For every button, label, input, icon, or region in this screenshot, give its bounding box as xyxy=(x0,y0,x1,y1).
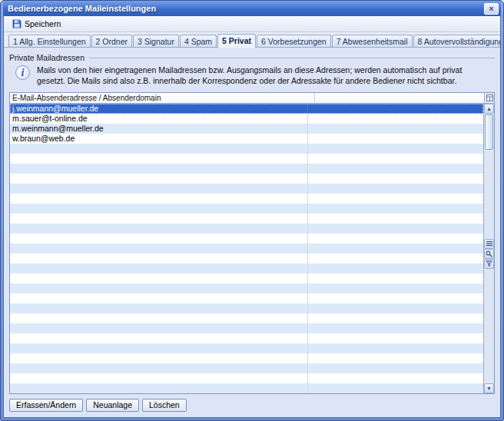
table-row[interactable] xyxy=(10,363,483,373)
delete-button[interactable]: Löschen xyxy=(142,399,187,412)
column-header-email[interactable]: E-Mail-Absenderadresse / Absenderdomain xyxy=(10,93,315,103)
empty-cell xyxy=(308,194,483,204)
email-cell xyxy=(10,244,308,254)
empty-cell xyxy=(308,343,483,353)
email-cell xyxy=(10,303,308,313)
table-row[interactable] xyxy=(10,194,483,204)
table-row[interactable] xyxy=(10,283,483,293)
tab-signatur[interactable]: 3 Signatur xyxy=(133,35,179,47)
dialog-window: Bedienerbezogene Maileinstellungen × Spe… xyxy=(0,0,504,421)
table-row[interactable] xyxy=(10,224,483,234)
table-row[interactable] xyxy=(10,214,483,224)
list-lines-icon xyxy=(486,240,492,247)
tab-autovervollstaendigung[interactable]: 8 Autovervollständigung xyxy=(413,35,502,47)
empty-cell xyxy=(308,174,483,184)
table-row[interactable] xyxy=(10,343,483,353)
email-cell xyxy=(10,194,308,204)
table-body-wrap: j.weinmann@mueller.dem.sauer@t-online.de… xyxy=(10,104,494,393)
table-row[interactable] xyxy=(10,313,483,323)
email-cell xyxy=(10,164,308,174)
vertical-scrollbar[interactable]: ▲ xyxy=(483,104,494,393)
email-cell: m.weinmann@mueller.de xyxy=(10,124,308,134)
empty-cell xyxy=(308,283,483,293)
email-cell xyxy=(10,333,308,343)
empty-cell xyxy=(308,154,483,164)
empty-cell xyxy=(308,303,483,313)
arrow-down-icon: ▼ xyxy=(486,386,492,391)
email-cell xyxy=(10,214,308,224)
table-row[interactable] xyxy=(10,164,483,174)
email-cell xyxy=(10,283,308,293)
new-button[interactable]: Neuanlage xyxy=(86,399,139,412)
table-row[interactable] xyxy=(10,234,483,244)
table-row[interactable] xyxy=(10,144,483,154)
table-row[interactable] xyxy=(10,293,483,303)
table-row[interactable] xyxy=(10,254,483,264)
table-row[interactable] xyxy=(10,184,483,194)
empty-cell xyxy=(308,273,483,283)
table-row[interactable] xyxy=(10,154,483,164)
filter-button[interactable] xyxy=(484,259,494,269)
table-row[interactable] xyxy=(10,373,483,383)
table-row[interactable]: w.braun@web.de xyxy=(10,134,483,144)
table-row[interactable] xyxy=(10,244,483,254)
window-title: Bedienerbezogene Maileinstellungen xyxy=(8,4,484,13)
tab-spam[interactable]: 4 Spam xyxy=(180,35,217,47)
close-icon: × xyxy=(489,4,493,13)
table-row[interactable] xyxy=(10,174,483,184)
email-cell xyxy=(10,254,308,264)
empty-cell xyxy=(308,234,483,244)
empty-cell xyxy=(308,373,483,383)
table-row[interactable]: m.weinmann@mueller.de xyxy=(10,124,483,134)
email-cell: w.braun@web.de xyxy=(10,134,308,144)
scrollbar-thumb[interactable] xyxy=(485,114,493,150)
email-cell xyxy=(10,313,308,323)
empty-cell xyxy=(308,204,483,214)
groupbox-private-mailadressen: Private Mailadressen xyxy=(9,53,495,62)
rows-button[interactable] xyxy=(484,239,494,249)
table-row[interactable] xyxy=(10,204,483,214)
scroll-up-button[interactable]: ▲ xyxy=(484,104,494,114)
tab-abwesenheitsmail[interactable]: 7 Abwesenheitsmail xyxy=(332,35,413,47)
info-row: i Mails von den hier eingetragenen Maila… xyxy=(9,62,495,92)
email-cell xyxy=(10,174,308,184)
email-cell xyxy=(10,204,308,214)
tab-ordner[interactable]: 2 Ordner xyxy=(91,35,132,47)
email-cell xyxy=(10,293,308,303)
table-row[interactable] xyxy=(10,383,483,393)
close-button[interactable]: × xyxy=(484,3,499,15)
table-row[interactable] xyxy=(10,323,483,333)
table-row[interactable] xyxy=(10,333,483,343)
tab-privat[interactable]: 5 Privat xyxy=(217,34,256,48)
tab-allg-einstellungen[interactable]: 1 Allg. Einstellungen xyxy=(8,35,91,47)
search-button[interactable] xyxy=(484,249,494,259)
table-row[interactable] xyxy=(10,264,483,273)
filter-icon xyxy=(486,260,492,267)
table-row[interactable]: j.weinmann@mueller.de xyxy=(10,104,483,114)
empty-cell xyxy=(308,144,483,154)
edit-button[interactable]: Erfassen/Ändern xyxy=(9,399,83,412)
tab-vorbesetzungen[interactable]: 6 Vorbesetzungen xyxy=(257,35,331,47)
column-chooser-button[interactable] xyxy=(484,93,494,103)
empty-cell xyxy=(308,244,483,254)
empty-cell xyxy=(308,214,483,224)
email-cell xyxy=(10,373,308,383)
grid-icon xyxy=(486,94,493,101)
dialog-body: Speichern 1 Allg. Einstellungen 2 Ordner… xyxy=(3,16,501,418)
table-row[interactable] xyxy=(10,273,483,283)
empty-cell xyxy=(308,333,483,343)
email-cell xyxy=(10,224,308,234)
scroll-down-button[interactable]: ▼ xyxy=(484,383,494,393)
save-icon xyxy=(12,19,22,28)
table-row[interactable]: m.sauer@t-online.de xyxy=(10,114,483,124)
empty-cell xyxy=(308,363,483,373)
table-row[interactable] xyxy=(10,353,483,363)
save-button[interactable]: Speichern xyxy=(7,18,66,31)
email-table: E-Mail-Absenderadresse / Absenderdomain xyxy=(9,92,495,394)
search-icon xyxy=(486,250,492,257)
tab-bar: 1 Allg. Einstellungen 2 Ordner 3 Signatu… xyxy=(4,32,500,48)
table-header-row: E-Mail-Absenderadresse / Absenderdomain xyxy=(10,93,494,104)
info-text: Mails von den hier eingetragenen Mailadr… xyxy=(37,65,473,86)
table-row[interactable] xyxy=(10,303,483,313)
info-icon: i xyxy=(15,65,30,80)
